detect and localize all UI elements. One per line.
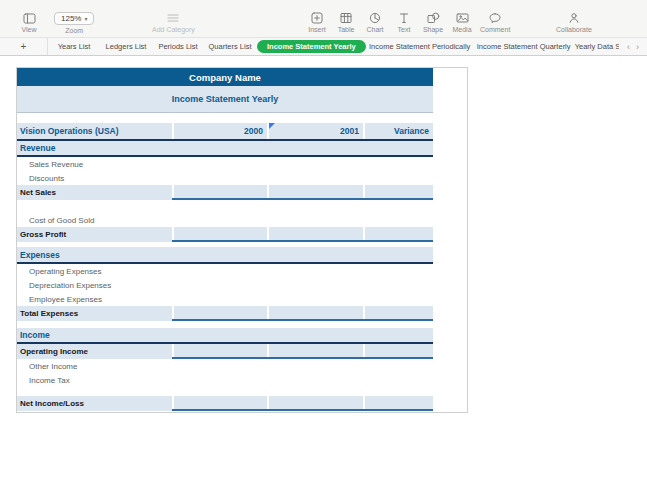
col-header-2001[interactable]: 2001 — [267, 123, 363, 139]
column-header-row[interactable]: Vision Operations (USA) 2000 2001 Varian… — [17, 123, 433, 141]
value-cell[interactable] — [172, 278, 267, 292]
total-label-cell[interactable]: Gross Profit — [17, 227, 172, 242]
value-cell[interactable] — [172, 185, 267, 198]
section-row-revenue[interactable]: Revenue — [17, 141, 433, 157]
total-label-cell[interactable]: Operating Income — [17, 344, 172, 359]
item-label-cell[interactable]: Depreciation Expenses — [17, 278, 172, 292]
value-cell[interactable] — [363, 344, 433, 357]
media-button[interactable]: Media — [451, 12, 473, 33]
item-label-cell[interactable]: Cost of Good Sold — [17, 213, 172, 227]
value-cell[interactable] — [363, 278, 433, 292]
col-header-variance[interactable]: Variance — [363, 123, 433, 139]
item-row-other-income[interactable]: Other Income — [17, 359, 433, 373]
col-header-2000[interactable]: 2000 — [172, 123, 267, 139]
add-sheet-button[interactable]: + — [0, 38, 48, 55]
item-row-discounts[interactable]: Discounts — [17, 171, 433, 185]
total-row-operating-income[interactable]: Operating Income — [17, 344, 433, 359]
item-value-cells — [172, 278, 433, 292]
value-cell[interactable] — [363, 227, 433, 240]
value-cell[interactable] — [363, 171, 433, 185]
value-cell[interactable] — [267, 278, 363, 292]
tab-years-list[interactable]: Years List — [48, 38, 100, 55]
value-cell[interactable] — [267, 359, 363, 373]
value-cell[interactable] — [363, 185, 433, 198]
total-label-cell[interactable]: Total Expenses — [17, 306, 172, 321]
company-cell[interactable]: Vision Operations (USA) — [17, 123, 172, 139]
value-cell[interactable] — [172, 227, 267, 240]
value-cell[interactable] — [172, 344, 267, 357]
item-label-cell[interactable]: Other Income — [17, 359, 172, 373]
value-cell[interactable] — [363, 157, 433, 171]
value-cell[interactable] — [267, 227, 363, 240]
value-cell[interactable] — [172, 292, 267, 306]
tab-ledgers-list[interactable]: Ledgers List — [100, 38, 152, 55]
tab-quarters-list[interactable]: Quarters List — [204, 38, 256, 55]
item-row-depreciation-expenses[interactable]: Depreciation Expenses — [17, 278, 433, 292]
value-cell[interactable] — [172, 373, 267, 387]
total-row-net-sales[interactable]: Net Sales — [17, 185, 433, 200]
item-row-operating-expenses[interactable]: Operating Expenses — [17, 264, 433, 278]
table-button[interactable]: Table — [335, 12, 357, 33]
tab-yearly-data-source[interactable]: Yearly Data Source — [575, 38, 619, 55]
tab-income-statement-quarterly[interactable]: Income Statement Quarterly — [473, 38, 575, 55]
item-row-cost-of-good-sold[interactable]: Cost of Good Sold — [17, 213, 433, 227]
zoom-dropdown[interactable]: 125% ▾ — [54, 12, 94, 25]
value-cell[interactable] — [267, 344, 363, 357]
value-cell[interactable] — [172, 171, 267, 185]
value-cell[interactable] — [363, 213, 433, 227]
value-cell[interactable] — [267, 396, 363, 409]
tab-scroll-back-icon[interactable]: ‹ — [627, 42, 630, 52]
table-title-row[interactable]: Company Name — [17, 68, 433, 86]
value-cell[interactable] — [267, 185, 363, 198]
chart-button[interactable]: Chart — [364, 12, 386, 33]
item-label-cell[interactable]: Sales Revenue — [17, 157, 172, 171]
value-cell[interactable] — [267, 213, 363, 227]
value-cell[interactable] — [363, 396, 433, 409]
total-row-net-income-loss[interactable]: Net Income/Loss — [17, 396, 433, 411]
value-cell[interactable] — [267, 171, 363, 185]
item-row-employee-expenses[interactable]: Employee Expenses — [17, 292, 433, 306]
value-cell[interactable] — [267, 306, 363, 319]
item-row-income-tax[interactable]: Income Tax — [17, 373, 433, 387]
item-row-sales-revenue[interactable]: Sales Revenue — [17, 157, 433, 171]
value-cell[interactable] — [172, 359, 267, 373]
total-label-cell[interactable]: Net Sales — [17, 185, 172, 200]
item-label-cell[interactable]: Operating Expenses — [17, 264, 172, 278]
value-cell[interactable] — [363, 373, 433, 387]
value-cell[interactable] — [363, 306, 433, 319]
section-row-income[interactable]: Income — [17, 328, 433, 344]
table-subtitle-row[interactable]: Income Statement Yearly — [17, 86, 433, 113]
value-cell[interactable] — [267, 373, 363, 387]
value-cell[interactable] — [363, 264, 433, 278]
section-row-expenses[interactable]: Expenses — [17, 247, 433, 264]
year-headers: 2000 2001 Variance — [172, 123, 433, 139]
item-label-cell[interactable]: Employee Expenses — [17, 292, 172, 306]
value-cell[interactable] — [172, 306, 267, 319]
value-cell[interactable] — [363, 359, 433, 373]
tab-periods-list[interactable]: Periods List — [152, 38, 204, 55]
insert-button[interactable]: Insert — [306, 12, 328, 33]
value-cell[interactable] — [267, 264, 363, 278]
total-row-gross-profit[interactable]: Gross Profit — [17, 227, 433, 242]
value-cell[interactable] — [267, 292, 363, 306]
value-cell[interactable] — [172, 157, 267, 171]
tab-income-statement-yearly[interactable]: Income Statement Yearly — [257, 40, 366, 53]
collaborate-button[interactable]: Collaborate — [556, 12, 592, 33]
tab-scroll-forward-icon[interactable]: › — [636, 42, 639, 52]
view-button[interactable]: View — [18, 12, 40, 34]
shape-button[interactable]: Shape — [422, 12, 444, 33]
tab-income-statement-periodically[interactable]: Income Statement Periodically — [367, 38, 473, 55]
comment-flag-icon[interactable] — [269, 123, 275, 129]
value-cell[interactable] — [172, 213, 267, 227]
value-cell[interactable] — [172, 264, 267, 278]
value-cell[interactable] — [267, 157, 363, 171]
total-row-total-expenses[interactable]: Total Expenses — [17, 306, 433, 321]
text-button[interactable]: Text — [393, 12, 415, 33]
total-label-cell[interactable]: Net Income/Loss — [17, 396, 172, 411]
item-label-cell[interactable]: Discounts — [17, 171, 172, 185]
item-label-cell[interactable]: Income Tax — [17, 373, 172, 387]
zoom-control[interactable]: 125% ▾ Zoom — [54, 12, 94, 34]
value-cell[interactable] — [363, 292, 433, 306]
value-cell[interactable] — [172, 396, 267, 409]
comment-button[interactable]: Comment — [480, 12, 510, 33]
